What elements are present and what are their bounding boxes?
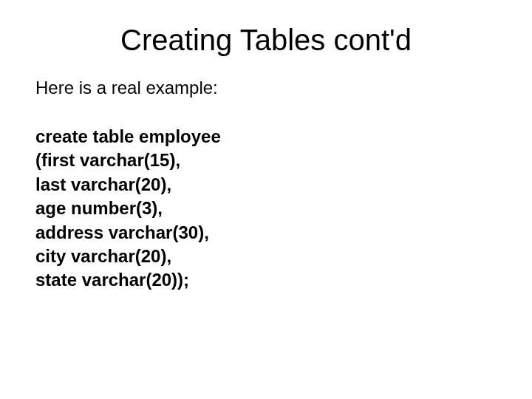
code-line: city varchar(20), <box>35 245 497 268</box>
code-line: age number(3), <box>35 197 497 220</box>
code-line: create table employee <box>35 125 497 149</box>
slide-title: Creating Tables cont'd <box>35 24 497 57</box>
code-line: address varchar(30), <box>35 221 497 245</box>
intro-text: Here is a real example: <box>35 78 497 98</box>
slide: Creating Tables cont'd Here is a real ex… <box>0 0 532 399</box>
sql-code-block: create table employee (first varchar(15)… <box>35 125 497 293</box>
code-line: last varchar(20), <box>35 173 497 197</box>
code-line: (first varchar(15), <box>35 149 497 172</box>
code-line: state varchar(20)); <box>35 268 497 292</box>
